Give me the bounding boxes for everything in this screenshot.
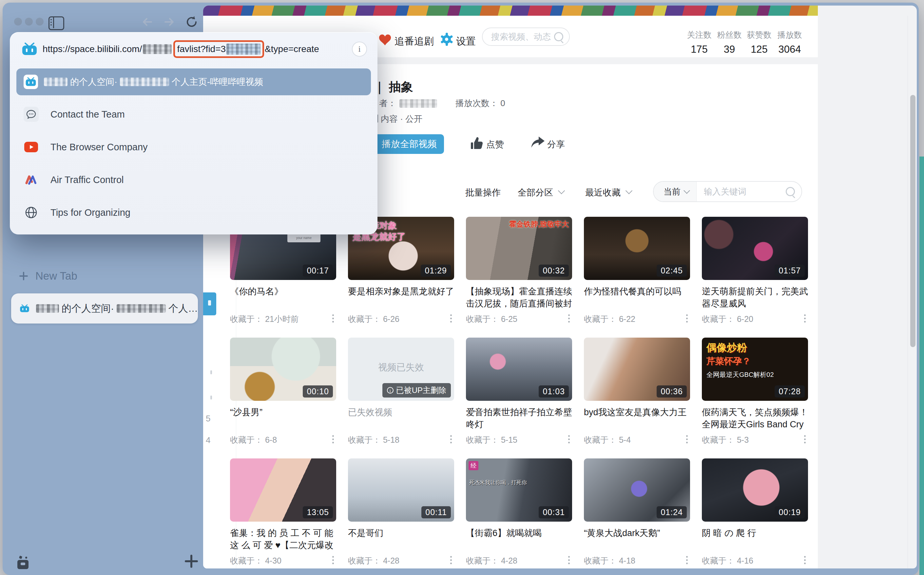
video-title[interactable]: 《你的马名》 (230, 286, 336, 310)
more-options-icon[interactable] (332, 556, 334, 566)
sidebar-tab-bilibili-space[interactable]: 的个人空间· 个人… (11, 293, 198, 324)
new-tab-plus-icon[interactable] (19, 272, 28, 280)
play-all-button[interactable]: 播放全部视频 (374, 134, 444, 154)
sidebar-add-icon[interactable] (185, 555, 198, 568)
video-thumbnail[interactable]: 00:10 (230, 338, 336, 401)
video-title[interactable]: 已失效视频 (348, 407, 454, 430)
more-options-icon[interactable] (332, 315, 334, 324)
stat-plays[interactable]: 播放数3064 (770, 29, 809, 56)
video-card[interactable]: 01:24“黄泉大战dark天鹅”收藏于： 4-18 (584, 458, 690, 567)
more-options-icon[interactable] (332, 435, 334, 445)
search-scope-dropdown[interactable]: 当前 (654, 182, 696, 202)
video-title[interactable]: 要是相亲对象是黑龙就好了 (348, 286, 454, 310)
video-title[interactable]: 假药满天飞，笑点频频爆！全网最逆天Girls Band Cry解析 (702, 407, 808, 430)
menu-item-air-traffic-control[interactable]: Air Traffic Control (16, 167, 371, 192)
video-thumbnail[interactable]: 01:57 (702, 217, 808, 280)
video-card[interactable]: 13:05雀巢：我 的 员 工 不 可 能 这 么 可 爱 ♥【二次元爆改收藏于… (230, 458, 336, 567)
category-dropdown[interactable]: 全部分区 (518, 187, 553, 199)
video-thumbnail[interactable]: 死杰米我让你喝，打死你经00:31 (466, 458, 572, 522)
window-minimize-button[interactable] (25, 17, 33, 25)
more-options-icon[interactable] (450, 556, 452, 566)
video-card[interactable]: 视频已失效i已被UP主删除已失效视频收藏于： 5-18 (348, 338, 454, 446)
video-title[interactable]: 逆天萌新提前关门，完美武器尽显威风 (702, 286, 808, 310)
info-icon[interactable]: i (352, 41, 367, 57)
url-command-palette: https://space.bilibili.com/ favlist?fid=… (10, 32, 378, 235)
more-options-icon[interactable] (568, 435, 570, 445)
url-text[interactable]: https://space.bilibili.com/ favlist?fid=… (43, 40, 319, 58)
video-grid: 君の名はyour name00:17《你的马名》收藏于： 21小时前是相亲对象是… (230, 217, 808, 567)
video-thumbnail[interactable]: 偶像炒粉芹菜怀孕？全网最逆天GBC解析0207:28 (702, 338, 808, 401)
video-thumbnail[interactable]: 霍金铁脖,致敬牢大00:32 (466, 217, 572, 280)
reload-icon[interactable] (185, 15, 199, 29)
video-card[interactable]: 00:36byd我这室友是真像大力王收藏于： 5-4 (584, 338, 690, 446)
share-icon[interactable] (531, 136, 545, 149)
bangumi-link[interactable]: 追番追剧 (395, 35, 434, 48)
menu-item-browser-company[interactable]: The Browser Company (16, 135, 371, 159)
video-card[interactable]: 死杰米我让你喝，打死你经00:31【街霸6】就喝就喝收藏于： 4-28 (466, 458, 572, 567)
more-options-icon[interactable] (804, 315, 806, 324)
video-title[interactable]: “沙县男” (230, 407, 336, 430)
bilibili-tv-icon (20, 302, 29, 315)
video-card[interactable]: 01:57逆天萌新提前关门，完美武器尽显威风收藏于： 6-20 (702, 217, 808, 326)
video-title[interactable]: byd我这室友是真像大力王 (584, 407, 690, 430)
video-thumbnail[interactable]: 01:24 (584, 458, 690, 522)
video-title[interactable]: 阴 暗 の 爬 行 (702, 527, 808, 551)
like-button[interactable]: 点赞 (486, 138, 504, 150)
menu-item-tips-organizing[interactable]: Tips for Organizing (16, 200, 371, 225)
saved-date: 收藏于： 4-30 (230, 555, 282, 566)
video-thumbnail[interactable]: 01:03 (466, 338, 572, 401)
suggestion-current-page[interactable]: 的个人空间· 个人主页-哔哩哔哩视频 (16, 68, 371, 95)
more-options-icon[interactable] (568, 315, 570, 324)
more-options-icon[interactable] (450, 435, 452, 445)
more-options-icon[interactable] (804, 435, 806, 445)
more-options-icon[interactable] (568, 556, 570, 566)
space-search-placeholder: 搜索视频、动态 (491, 31, 551, 43)
video-title[interactable]: 雀巢：我 的 员 工 不 可 能 这 么 可 爱 ♥【二次元爆改 (230, 527, 336, 551)
saved-date: 收藏于： 21小时前 (230, 314, 299, 324)
window-close-button[interactable] (14, 17, 22, 25)
more-options-icon[interactable] (804, 556, 806, 566)
library-icon[interactable] (18, 556, 29, 569)
video-thumbnail[interactable]: 视频已失效i已被UP主删除 (348, 338, 454, 401)
search-icon (786, 187, 795, 196)
settings-link[interactable]: 设置 (456, 35, 476, 48)
video-thumbnail[interactable]: 00:36 (584, 338, 690, 401)
more-options-icon[interactable] (686, 315, 688, 324)
new-tab-button[interactable]: New Tab (35, 270, 77, 282)
video-thumbnail[interactable]: 13:05 (230, 458, 336, 522)
url-bar[interactable]: https://space.bilibili.com/ favlist?fid=… (22, 39, 367, 60)
sidebar-toggle-icon[interactable] (48, 16, 64, 30)
more-options-icon[interactable] (686, 556, 688, 566)
video-thumbnail[interactable]: 00:19 (702, 458, 808, 522)
space-search-box[interactable]: 搜索视频、动态 (482, 27, 570, 46)
video-title[interactable]: 爱音拍素世拍祥子拍立希壁咚灯 (466, 407, 572, 430)
menu-item-contact-team[interactable]: Contact the Team (16, 102, 371, 127)
forward-icon[interactable] (162, 16, 175, 27)
batch-actions-button[interactable]: 批量操作 (465, 187, 501, 199)
video-title[interactable]: 作为怪猎代餐真的可以吗 (584, 286, 690, 310)
video-thumbnail[interactable]: 00:11 (348, 458, 454, 522)
back-icon[interactable] (142, 16, 154, 27)
scrollbar-thumb[interactable] (910, 95, 916, 347)
duration-badge: 00:17 (303, 265, 333, 277)
video-card[interactable]: 00:11不是哥们收藏于： 4-28 (348, 458, 454, 567)
thumbs-up-icon[interactable] (470, 137, 484, 150)
more-options-icon[interactable] (686, 435, 688, 445)
video-card[interactable]: 霍金铁脖,致敬牢大00:32【抽象现场】霍金直播连续击汉尼拔，随后直播间被封收藏… (466, 217, 572, 326)
video-title[interactable]: 不是哥们 (348, 527, 454, 551)
share-button[interactable]: 分享 (547, 138, 565, 150)
video-card[interactable]: 00:19阴 暗 の 爬 行收藏于： 4-16 (702, 458, 808, 567)
video-card[interactable]: 01:03爱音拍素世拍祥子拍立希壁咚灯收藏于： 5-15 (466, 338, 572, 446)
window-zoom-button[interactable] (36, 17, 44, 25)
video-title[interactable]: 【街霸6】就喝就喝 (466, 527, 572, 551)
video-title[interactable]: 【抽象现场】霍金直播连续击汉尼拔，随后直播间被封 (466, 286, 572, 310)
keyword-search-box[interactable]: 当前 输入关键词 (653, 181, 802, 202)
sort-dropdown[interactable]: 最近收藏 (585, 187, 621, 199)
more-options-icon[interactable] (450, 315, 452, 324)
video-title[interactable]: “黄泉大战dark天鹅” (584, 527, 690, 551)
video-thumbnail[interactable]: 02:45 (584, 217, 690, 280)
video-card[interactable]: 00:10“沙县男”收藏于： 6-8 (230, 338, 336, 446)
video-card[interactable]: 偶像炒粉芹菜怀孕？全网最逆天GBC解析0207:28假药满天飞，笑点频频爆！全网… (702, 338, 808, 446)
leftnav-selected-folder[interactable] (203, 292, 216, 315)
video-card[interactable]: 02:45作为怪猎代餐真的可以吗收藏于： 6-22 (584, 217, 690, 326)
